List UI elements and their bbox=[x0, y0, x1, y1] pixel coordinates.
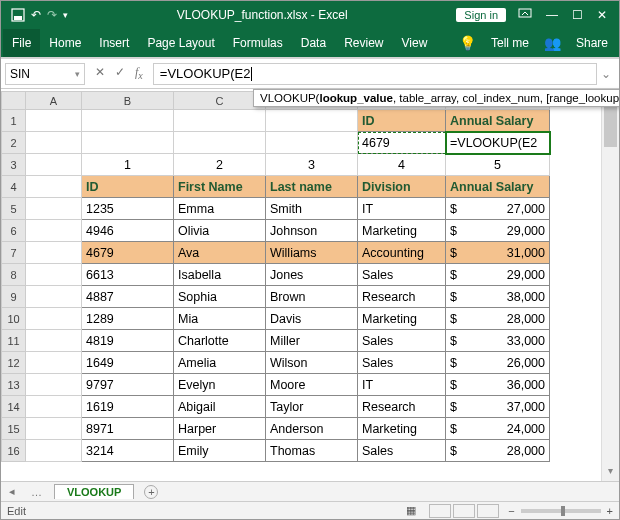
enter-icon[interactable]: ✓ bbox=[115, 65, 125, 81]
cell-division[interactable]: Sales bbox=[358, 264, 446, 286]
row-header-15[interactable]: 15 bbox=[2, 418, 26, 440]
cell-lastname[interactable]: Smith bbox=[266, 198, 358, 220]
cell-firstname[interactable]: Mia bbox=[174, 308, 266, 330]
view-page-layout-icon[interactable] bbox=[453, 504, 475, 518]
formula-input[interactable]: =VLOOKUP(E2 bbox=[153, 63, 597, 85]
row-header-14[interactable]: 14 bbox=[2, 396, 26, 418]
cell-division[interactable]: Sales bbox=[358, 330, 446, 352]
tellme-label[interactable]: Tell me bbox=[482, 29, 538, 57]
row-header-7[interactable]: 7 bbox=[2, 242, 26, 264]
signin-button[interactable]: Sign in bbox=[456, 8, 506, 22]
spreadsheet-grid[interactable]: ABCDEF1IDAnnual Salary24679=VLOOKUP(E231… bbox=[1, 91, 601, 481]
cell-firstname[interactable]: Sophia bbox=[174, 286, 266, 308]
sheet-tab[interactable]: VLOOKUP bbox=[54, 484, 134, 499]
row-header-16[interactable]: 16 bbox=[2, 440, 26, 462]
name-box[interactable]: SIN ▾ bbox=[5, 63, 85, 85]
spacer-1[interactable]: 1 bbox=[82, 154, 174, 176]
zoom-out-icon[interactable]: − bbox=[508, 505, 514, 517]
view-normal-icon[interactable] bbox=[429, 504, 451, 518]
spacer-2[interactable]: 2 bbox=[174, 154, 266, 176]
cell-salary[interactable]: 38,000 bbox=[446, 286, 550, 308]
tab-view[interactable]: View bbox=[393, 29, 437, 57]
cell-firstname[interactable]: Emily bbox=[174, 440, 266, 462]
cell-E2[interactable]: 4679 bbox=[358, 132, 446, 154]
cell-lastname[interactable]: Moore bbox=[266, 374, 358, 396]
spacer-3[interactable]: 3 bbox=[266, 154, 358, 176]
cell-id[interactable]: 9797 bbox=[82, 374, 174, 396]
cell-id[interactable]: 6613 bbox=[82, 264, 174, 286]
row-header-3[interactable]: 3 bbox=[2, 154, 26, 176]
cell-salary[interactable]: 29,000 bbox=[446, 220, 550, 242]
cell-salary[interactable]: 36,000 bbox=[446, 374, 550, 396]
cell-salary[interactable]: 28,000 bbox=[446, 308, 550, 330]
tellme-icon[interactable]: 💡 bbox=[453, 35, 482, 51]
save-icon[interactable] bbox=[11, 8, 25, 22]
cell-firstname[interactable]: Ava bbox=[174, 242, 266, 264]
cell-lastname[interactable]: Jones bbox=[266, 264, 358, 286]
cell-salary[interactable]: 31,000 bbox=[446, 242, 550, 264]
cell-firstname[interactable]: Evelyn bbox=[174, 374, 266, 396]
cell-division[interactable]: Marketing bbox=[358, 308, 446, 330]
cell-firstname[interactable]: Emma bbox=[174, 198, 266, 220]
col-header-C[interactable]: C bbox=[174, 92, 266, 110]
cell-id[interactable]: 1649 bbox=[82, 352, 174, 374]
ribbon-options-icon[interactable] bbox=[518, 8, 532, 22]
zoom-in-icon[interactable]: + bbox=[607, 505, 613, 517]
cell-division[interactable]: Sales bbox=[358, 440, 446, 462]
select-all-corner[interactable] bbox=[2, 92, 26, 110]
row-header-12[interactable]: 12 bbox=[2, 352, 26, 374]
scroll-thumb[interactable] bbox=[604, 107, 617, 147]
spacer-5[interactable]: 5 bbox=[446, 154, 550, 176]
formula-expand-icon[interactable]: ⌄ bbox=[597, 67, 615, 81]
cell-firstname[interactable]: Harper bbox=[174, 418, 266, 440]
tab-page-layout[interactable]: Page Layout bbox=[138, 29, 223, 57]
share-label[interactable]: Share bbox=[567, 29, 617, 57]
namebox-dropdown-icon[interactable]: ▾ bbox=[75, 69, 80, 79]
redo-icon[interactable]: ↷ bbox=[47, 8, 57, 22]
cell-division[interactable]: IT bbox=[358, 198, 446, 220]
row-header-13[interactable]: 13 bbox=[2, 374, 26, 396]
cell-id[interactable]: 4679 bbox=[82, 242, 174, 264]
add-sheet-icon[interactable]: + bbox=[144, 485, 158, 499]
cancel-icon[interactable]: ✕ bbox=[95, 65, 105, 81]
cell-salary[interactable]: 37,000 bbox=[446, 396, 550, 418]
row-header-10[interactable]: 10 bbox=[2, 308, 26, 330]
cell-division[interactable]: Marketing bbox=[358, 418, 446, 440]
sheet-nav-prev-icon[interactable]: ◂ bbox=[1, 485, 23, 498]
cell-lastname[interactable]: Johnson bbox=[266, 220, 358, 242]
row-header-9[interactable]: 9 bbox=[2, 286, 26, 308]
cell-lastname[interactable]: Williams bbox=[266, 242, 358, 264]
cell-lastname[interactable]: Thomas bbox=[266, 440, 358, 462]
cell-division[interactable]: Accounting bbox=[358, 242, 446, 264]
share-icon[interactable]: 👥 bbox=[538, 35, 567, 51]
cell-lastname[interactable]: Miller bbox=[266, 330, 358, 352]
cell-salary[interactable]: 24,000 bbox=[446, 418, 550, 440]
cell-salary[interactable]: 29,000 bbox=[446, 264, 550, 286]
tab-home[interactable]: Home bbox=[40, 29, 90, 57]
cell-division[interactable]: Research bbox=[358, 286, 446, 308]
row-header-11[interactable]: 11 bbox=[2, 330, 26, 352]
cell-division[interactable]: Marketing bbox=[358, 220, 446, 242]
cell-firstname[interactable]: Amelia bbox=[174, 352, 266, 374]
sheet-nav-more[interactable]: … bbox=[23, 486, 50, 498]
cell-id[interactable]: 4946 bbox=[82, 220, 174, 242]
cell-lastname[interactable]: Davis bbox=[266, 308, 358, 330]
cell-salary[interactable]: 26,000 bbox=[446, 352, 550, 374]
cell-id[interactable]: 1235 bbox=[82, 198, 174, 220]
vertical-scrollbar[interactable]: ▴ ▾ bbox=[601, 91, 619, 481]
tab-insert[interactable]: Insert bbox=[90, 29, 138, 57]
tab-file[interactable]: File bbox=[3, 29, 40, 57]
cell-id[interactable]: 1619 bbox=[82, 396, 174, 418]
cell-salary[interactable]: 27,000 bbox=[446, 198, 550, 220]
cell-salary[interactable]: 28,000 bbox=[446, 440, 550, 462]
row-header-4[interactable]: 4 bbox=[2, 176, 26, 198]
tab-review[interactable]: Review bbox=[335, 29, 392, 57]
cell-id[interactable]: 4819 bbox=[82, 330, 174, 352]
cell-id[interactable]: 1289 bbox=[82, 308, 174, 330]
cell-firstname[interactable]: Olivia bbox=[174, 220, 266, 242]
close-icon[interactable]: ✕ bbox=[597, 8, 607, 22]
fx-icon[interactable]: fx bbox=[135, 65, 143, 81]
cell-F2[interactable]: =VLOOKUP(E2 bbox=[446, 132, 550, 154]
tab-data[interactable]: Data bbox=[292, 29, 335, 57]
cell-firstname[interactable]: Isabella bbox=[174, 264, 266, 286]
